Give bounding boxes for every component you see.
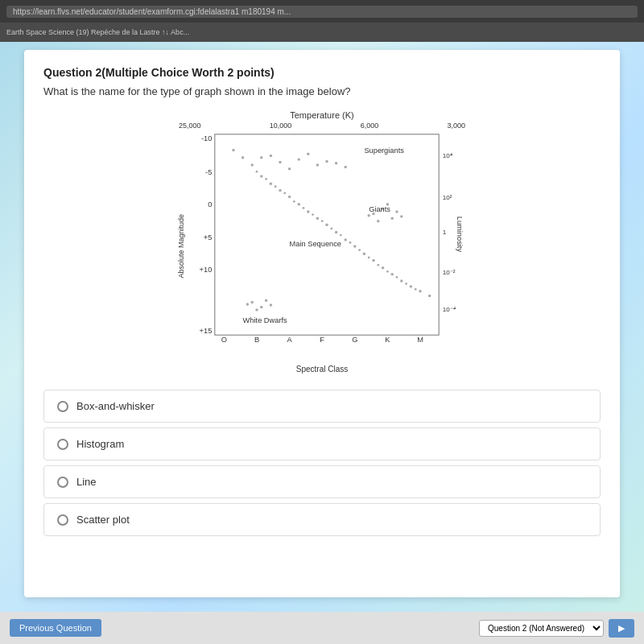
svg-text:Luminosity: Luminosity bbox=[456, 217, 464, 253]
svg-point-13 bbox=[279, 161, 281, 163]
svg-point-26 bbox=[270, 183, 272, 185]
svg-point-37 bbox=[372, 259, 374, 262]
svg-point-59 bbox=[396, 276, 398, 279]
svg-text:10⁻²: 10⁻² bbox=[443, 269, 456, 276]
svg-point-25 bbox=[260, 175, 262, 177]
question-status-select[interactable]: Question 2 (Not Answered) bbox=[479, 620, 604, 637]
svg-point-30 bbox=[307, 210, 309, 213]
svg-text:0: 0 bbox=[208, 200, 212, 208]
x-label-3: 6,000 bbox=[361, 122, 379, 130]
svg-point-66 bbox=[377, 220, 379, 222]
svg-point-18 bbox=[288, 167, 291, 170]
browser-url: https://learn.flvs.net/educator/student/… bbox=[6, 6, 638, 18]
chart-svg: -10 -5 0 +5 +10 +15 10⁴ 10² 1 10⁻² 10⁻⁴ bbox=[187, 130, 467, 363]
main-content: Question 2(Multiple Choice Worth 2 point… bbox=[24, 50, 620, 597]
svg-point-14 bbox=[297, 158, 299, 160]
svg-point-46 bbox=[275, 185, 277, 188]
status-box: Question 2 (Not Answered) ▶ bbox=[479, 619, 634, 638]
choices-container: Box-and-whisker Histogram Line Scatter p… bbox=[43, 390, 601, 536]
x-label-2: 10,000 bbox=[270, 122, 292, 130]
svg-point-73 bbox=[255, 308, 258, 311]
giants-label: Giants bbox=[369, 205, 390, 213]
svg-point-67 bbox=[395, 210, 398, 213]
choice-label-b: Histogram bbox=[76, 438, 124, 450]
toolbar: Earth Space Science (19) Repéche de la L… bbox=[0, 23, 644, 42]
main-sequence-label: Main Sequence bbox=[290, 240, 341, 248]
choice-box-and-whisker[interactable]: Box-and-whisker bbox=[43, 390, 601, 423]
supergiants-label: Supergiants bbox=[364, 147, 404, 155]
svg-point-47 bbox=[283, 192, 286, 194]
chart-title: Temperature (K) bbox=[177, 110, 467, 120]
chart-container: Temperature (K) 25,000 10,000 6,000 3,00… bbox=[177, 110, 467, 374]
svg-text:10⁻⁴: 10⁻⁴ bbox=[443, 306, 456, 313]
browser-bar: https://learn.flvs.net/educator/student/… bbox=[0, 0, 644, 23]
svg-text:A: A bbox=[287, 336, 293, 344]
next-button[interactable]: ▶ bbox=[609, 619, 634, 638]
choice-histogram[interactable]: Histogram bbox=[43, 427, 601, 460]
svg-point-60 bbox=[405, 283, 407, 285]
svg-point-29 bbox=[297, 203, 299, 205]
svg-point-35 bbox=[353, 245, 356, 247]
svg-point-16 bbox=[335, 162, 337, 164]
svg-text:O: O bbox=[221, 336, 227, 344]
white-dwarfs-label: White Dwarfs bbox=[243, 316, 287, 324]
spectral-row: Spectral Class bbox=[177, 365, 467, 374]
question-number: Question 2 bbox=[43, 66, 101, 79]
svg-point-27 bbox=[279, 189, 281, 192]
svg-point-51 bbox=[321, 220, 324, 222]
svg-point-20 bbox=[325, 160, 328, 163]
x-axis-labels: 25,000 10,000 6,000 3,000 bbox=[177, 122, 467, 130]
svg-text:+5: +5 bbox=[204, 233, 213, 242]
svg-text:10⁴: 10⁴ bbox=[443, 152, 452, 159]
svg-point-61 bbox=[415, 288, 417, 291]
svg-point-52 bbox=[330, 228, 332, 230]
svg-point-55 bbox=[358, 249, 361, 251]
svg-text:F: F bbox=[320, 336, 324, 344]
x-label-1: 25,000 bbox=[179, 122, 201, 130]
spectral-label: Spectral Class bbox=[296, 365, 348, 374]
question-points: (Multiple Choice Worth 2 points) bbox=[101, 66, 274, 79]
y-axis-label: Absolute Magnitude bbox=[177, 214, 185, 279]
svg-point-68 bbox=[400, 215, 402, 217]
choice-line[interactable]: Line bbox=[43, 465, 601, 498]
choice-label-d: Scatter plot bbox=[76, 514, 130, 526]
previous-button[interactable]: Previous Question bbox=[10, 619, 101, 637]
svg-point-38 bbox=[382, 266, 384, 269]
svg-point-58 bbox=[386, 270, 389, 273]
radio-a[interactable] bbox=[57, 401, 68, 412]
svg-text:M: M bbox=[417, 336, 423, 344]
svg-point-39 bbox=[390, 273, 393, 275]
svg-point-70 bbox=[250, 301, 253, 303]
svg-point-56 bbox=[368, 257, 370, 259]
svg-text:K: K bbox=[385, 336, 390, 344]
svg-point-15 bbox=[316, 163, 319, 166]
svg-point-28 bbox=[288, 196, 291, 198]
svg-point-23 bbox=[242, 156, 244, 159]
bottom-bar: Previous Question Question 2 (Not Answer… bbox=[0, 612, 644, 644]
svg-point-36 bbox=[363, 253, 365, 255]
svg-text:B: B bbox=[254, 336, 259, 344]
svg-point-45 bbox=[265, 178, 267, 180]
svg-point-64 bbox=[390, 217, 393, 219]
radio-c[interactable] bbox=[57, 477, 68, 488]
choice-label-c: Line bbox=[76, 476, 97, 488]
svg-text:+10: +10 bbox=[200, 266, 213, 274]
choice-scatter-plot[interactable]: Scatter plot bbox=[43, 503, 601, 536]
question-text: What is the name for the type of graph s… bbox=[43, 85, 601, 97]
radio-d[interactable] bbox=[57, 514, 68, 526]
radio-b[interactable] bbox=[57, 439, 68, 450]
svg-point-50 bbox=[312, 213, 314, 216]
choice-label-a: Box-and-whisker bbox=[76, 400, 155, 412]
svg-point-57 bbox=[377, 264, 379, 266]
chart-wrapper: Absolute Magnitude -10 -5 0 +5 +10 +15 1… bbox=[177, 130, 467, 363]
svg-point-72 bbox=[270, 303, 272, 306]
question-title: Question 2(Multiple Choice Worth 2 point… bbox=[43, 66, 601, 79]
svg-point-12 bbox=[260, 156, 262, 159]
svg-point-71 bbox=[260, 306, 262, 308]
svg-point-69 bbox=[367, 214, 369, 217]
svg-point-42 bbox=[419, 290, 421, 292]
svg-point-17 bbox=[270, 155, 272, 157]
svg-point-21 bbox=[344, 166, 346, 168]
svg-point-75 bbox=[246, 303, 249, 305]
chart-inner: -10 -5 0 +5 +10 +15 10⁴ 10² 1 10⁻² 10⁻⁴ bbox=[187, 130, 467, 363]
